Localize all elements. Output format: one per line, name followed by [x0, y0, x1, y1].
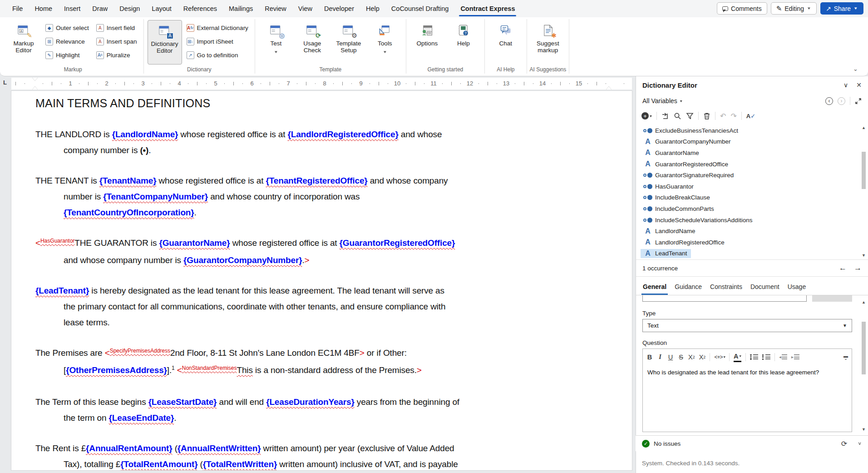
menu-home[interactable]: Home	[29, 0, 58, 17]
go-to-occurrence-icon[interactable]	[661, 112, 669, 120]
pluralize-button[interactable]: Aᵇ Pluralize	[94, 49, 140, 61]
filter-icon[interactable]	[686, 112, 694, 120]
outdent-icon[interactable]: ◂	[779, 352, 787, 362]
menu-insert[interactable]: Insert	[58, 0, 86, 17]
usage-check-button[interactable]: ⟳ Usage Check	[295, 20, 330, 65]
paragraph[interactable]: The Term of this lease begins {LeaseStar…	[35, 394, 605, 426]
tab-guidance[interactable]: Guidance	[671, 283, 706, 295]
test-button[interactable]: ◎ Test ▼	[259, 20, 293, 65]
menu-draw[interactable]: Draw	[86, 0, 113, 17]
highlight-button[interactable]: ✎ Highlight	[43, 49, 92, 61]
comments-button[interactable]: Comments	[717, 2, 767, 15]
paragraph[interactable]: <HasGuarantorTHE GUARANTOR is {Guarantor…	[35, 235, 605, 268]
expand-pane-icon[interactable]	[855, 98, 862, 105]
suggest-markup-button[interactable]: ✱ Suggest markup	[531, 20, 565, 65]
subscript-icon[interactable]: X2	[688, 352, 695, 362]
menu-mailings[interactable]: Mailings	[223, 0, 259, 17]
menu-contract-express[interactable]: Contract Express	[454, 0, 521, 17]
bullet-list-icon[interactable]	[750, 354, 758, 360]
variable-row-HasGuarantor[interactable]: HasGuarantor	[636, 181, 868, 192]
relevance-button[interactable]: ⊞ Relevance	[43, 35, 92, 47]
first-line-indent-marker[interactable]	[32, 78, 38, 84]
history-forward-icon[interactable]: ›	[838, 97, 845, 105]
previous-occurrence-icon[interactable]: ←	[839, 264, 847, 273]
variable-row-GuarantorName[interactable]: AGuarantorName	[636, 147, 868, 159]
collapse-ribbon-icon[interactable]: ⌄	[853, 65, 858, 72]
next-occurrence-icon[interactable]: →	[854, 264, 862, 273]
search-icon[interactable]	[674, 112, 681, 120]
tab-document[interactable]: Document	[746, 283, 784, 295]
scroll-up-icon[interactable]: ▲	[862, 125, 866, 130]
paragraph[interactable]: THE TENANT is {TenantName} whose registe…	[35, 173, 605, 220]
menu-cocounsel-drafting[interactable]: CoCounsel Drafting	[385, 0, 455, 17]
underline-icon[interactable]: U	[667, 352, 674, 362]
variable-row-IncludeCommonParts[interactable]: IncludeCommonParts	[636, 203, 868, 214]
menu-file[interactable]: File	[6, 0, 29, 17]
chevron-down-icon[interactable]: ∨	[858, 441, 862, 446]
help-button[interactable]: ? Help	[446, 20, 481, 65]
menu-design[interactable]: Design	[113, 0, 146, 17]
more-formatting-icon[interactable]: ▬⌄	[843, 355, 848, 359]
paragraph[interactable]: {LeadTenant} is hereby designated as the…	[35, 283, 605, 330]
superscript-icon[interactable]: X2	[699, 352, 706, 362]
scope-selector[interactable]: All Variables	[642, 97, 677, 105]
variable-row-LandlordRegisteredOffice[interactable]: ALandlordRegisteredOffice	[636, 237, 868, 248]
pane-scrollbar[interactable]: ▲ ▼	[861, 300, 867, 432]
menu-layout[interactable]: Layout	[146, 0, 178, 17]
tab-general[interactable]: General	[639, 283, 671, 295]
menu-help[interactable]: Help	[360, 0, 385, 17]
options-button[interactable]: Options	[410, 20, 444, 65]
delete-variable-icon[interactable]	[703, 112, 710, 120]
tools-button[interactable]: Tools ▼	[368, 20, 402, 65]
horizontal-ruler[interactable]: 123456789101112131415	[11, 78, 632, 90]
type-select[interactable]: Text ▼	[642, 319, 852, 332]
variable-row-ExcludeBusinessTenanciesAct[interactable]: ExcludeBusinessTenanciesAct	[636, 125, 868, 136]
question-input[interactable]: Who is designated as the lead tenant for…	[642, 365, 852, 432]
tab-stop-selector[interactable]: L	[3, 79, 7, 86]
menu-references[interactable]: References	[178, 0, 223, 17]
scroll-up-icon[interactable]: ▲	[862, 300, 866, 304]
bold-icon[interactable]: B	[646, 352, 653, 362]
add-variable-button[interactable]: +▾	[641, 112, 652, 119]
outer-select-button[interactable]: ◆ Outer select	[43, 22, 92, 34]
history-back-icon[interactable]: ‹	[825, 97, 833, 105]
font-color-icon[interactable]: A▾	[734, 352, 741, 362]
editing-mode-button[interactable]: ✎ Editing ▼	[771, 2, 817, 15]
scroll-down-icon[interactable]: ▼	[862, 427, 866, 432]
variable-row-IncludeBreakClause[interactable]: IncludeBreakClause	[636, 192, 868, 204]
variable-row-GuarantorRegisteredOffice[interactable]: AGuarantorRegisteredOffice	[636, 159, 868, 170]
rename-check-icon[interactable]: A✓	[746, 113, 755, 119]
insert-field-button[interactable]: A Insert field	[94, 22, 140, 34]
template-setup-button[interactable]: ⚙ Template Setup	[331, 20, 366, 65]
undo-icon[interactable]: ↶	[720, 112, 726, 120]
paragraph[interactable]: The Premises are <SpecifyPremisesAddress…	[35, 345, 605, 379]
document-page[interactable]: MAIN TERMS AND DEFINITIONS THE LANDLORD …	[11, 91, 632, 470]
external-dictionary-button[interactable]: A↻ External Dictionary	[184, 22, 251, 34]
chat-button[interactable]: Chat	[488, 20, 523, 65]
dictionary-editor-button[interactable]: A Dictionary Editor	[148, 20, 182, 65]
scroll-down-icon[interactable]: ▼	[862, 253, 866, 258]
redo-icon[interactable]: ↷	[730, 112, 736, 120]
insert-code-icon[interactable]: <+>▾	[714, 352, 725, 362]
markup-editor-button[interactable]: A ✎ Markup Editor	[6, 20, 41, 65]
share-button[interactable]: ↗ Share ▼	[820, 2, 863, 15]
right-indent-marker[interactable]	[606, 84, 612, 90]
variables-scrollbar[interactable]: ▲ ▼	[861, 124, 867, 259]
pane-options-chevron-icon[interactable]: ∨	[843, 81, 848, 89]
italic-icon[interactable]: I	[657, 352, 663, 362]
insert-span-button[interactable]: A Insert span	[94, 35, 140, 47]
scroll-thumb[interactable]	[862, 152, 866, 189]
numbered-list-icon[interactable]	[762, 354, 770, 360]
scroll-thumb[interactable]	[862, 322, 866, 374]
indent-icon[interactable]: ▸	[791, 352, 799, 362]
paragraph[interactable]: THE LANDLORD is {LandlordName} whose reg…	[35, 126, 605, 158]
strikethrough-icon[interactable]: S	[678, 352, 684, 362]
variable-row-LandlordName[interactable]: ALandlordName	[636, 225, 868, 237]
variable-row-GuarantorSignatureRequired[interactable]: GuarantorSignatureRequired	[636, 169, 868, 181]
menu-developer[interactable]: Developer	[318, 0, 360, 17]
refresh-icon[interactable]: ⟳	[841, 439, 847, 448]
chevron-down-icon[interactable]: ▾	[680, 99, 682, 103]
menu-review[interactable]: Review	[259, 0, 292, 17]
pane-close-icon[interactable]: ✕	[856, 81, 862, 89]
go-to-definition-button[interactable]: ↗ Go to definition	[184, 49, 251, 61]
